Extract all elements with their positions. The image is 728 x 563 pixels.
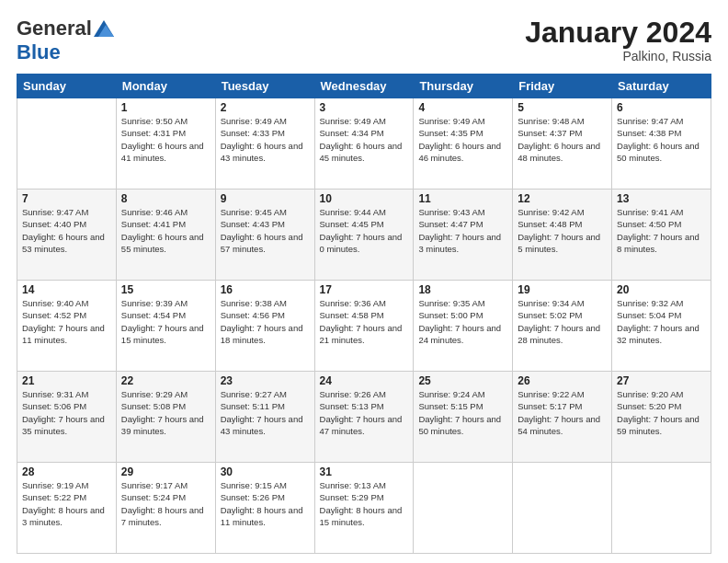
daylight-hours: Daylight: 7 hours and 54 minutes. [518,414,600,436]
sunrise-time: Sunrise: 9:47 AM [617,116,683,126]
day-number: 1 [121,101,210,114]
sunset-time: Sunset: 4:52 PM [22,310,86,320]
day-number: 7 [22,192,111,205]
calendar-week-row: 1 Sunrise: 9:50 AM Sunset: 4:31 PM Dayli… [17,98,711,190]
col-thursday: Thursday [414,75,513,98]
table-row: 4 Sunrise: 9:49 AM Sunset: 4:35 PM Dayli… [414,98,513,190]
table-row: 31 Sunrise: 9:13 AM Sunset: 5:29 PM Dayl… [314,463,414,554]
day-info: Sunrise: 9:20 AM Sunset: 5:20 PM Dayligh… [617,388,706,437]
sunrise-time: Sunrise: 9:27 AM [221,389,287,399]
sunset-time: Sunset: 4:35 PM [418,128,483,138]
daylight-hours: Daylight: 6 hours and 48 minutes. [518,141,600,163]
day-info: Sunrise: 9:15 AM Sunset: 5:26 PM Dayligh… [221,479,310,528]
day-info: Sunrise: 9:35 AM Sunset: 5:00 PM Dayligh… [418,297,507,346]
day-info: Sunrise: 9:45 AM Sunset: 4:43 PM Dayligh… [221,206,310,255]
day-number: 14 [22,283,111,296]
day-info: Sunrise: 9:31 AM Sunset: 5:06 PM Dayligh… [22,388,111,437]
col-tuesday: Tuesday [215,75,314,98]
sunrise-time: Sunrise: 9:35 AM [418,298,484,308]
sunrise-time: Sunrise: 9:48 AM [518,116,584,126]
sunrise-time: Sunrise: 9:19 AM [22,480,88,490]
daylight-hours: Daylight: 7 hours and 8 minutes. [617,232,700,254]
sunrise-time: Sunrise: 9:42 AM [518,207,584,217]
sunset-time: Sunset: 4:48 PM [518,219,582,229]
table-row: 19 Sunrise: 9:34 AM Sunset: 5:02 PM Dayl… [513,281,612,372]
day-number: 15 [121,283,210,296]
col-wednesday: Wednesday [314,75,414,98]
sunrise-time: Sunrise: 9:24 AM [418,389,484,399]
daylight-hours: Daylight: 6 hours and 46 minutes. [418,141,501,163]
sunset-time: Sunset: 4:56 PM [221,310,285,320]
table-row: 23 Sunrise: 9:27 AM Sunset: 5:11 PM Dayl… [215,372,314,463]
month-title: January 2024 [525,17,711,49]
table-row: 1 Sunrise: 9:50 AM Sunset: 4:31 PM Dayli… [116,98,215,190]
table-row: 18 Sunrise: 9:35 AM Sunset: 5:00 PM Dayl… [414,281,513,372]
daylight-hours: Daylight: 7 hours and 15 minutes. [121,323,204,345]
daylight-hours: Daylight: 7 hours and 59 minutes. [617,414,700,436]
col-friday: Friday [513,75,612,98]
daylight-hours: Daylight: 7 hours and 28 minutes. [518,323,600,345]
location: Palkino, Russia [525,49,711,63]
page: General Blue January 2024 Palkino, Russi… [0,0,728,563]
day-info: Sunrise: 9:26 AM Sunset: 5:13 PM Dayligh… [320,388,409,437]
day-number: 30 [221,465,310,478]
sunrise-time: Sunrise: 9:38 AM [221,298,287,308]
sunrise-time: Sunrise: 9:41 AM [617,207,683,217]
calendar-week-row: 21 Sunrise: 9:31 AM Sunset: 5:06 PM Dayl… [17,372,711,463]
daylight-hours: Daylight: 7 hours and 35 minutes. [22,414,105,436]
calendar-week-row: 7 Sunrise: 9:47 AM Sunset: 4:40 PM Dayli… [17,190,711,281]
sunset-time: Sunset: 4:54 PM [121,310,186,320]
day-number: 16 [221,283,310,296]
day-info: Sunrise: 9:47 AM Sunset: 4:40 PM Dayligh… [22,206,111,255]
table-row: 25 Sunrise: 9:24 AM Sunset: 5:15 PM Dayl… [414,372,513,463]
daylight-hours: Daylight: 6 hours and 50 minutes. [617,141,700,163]
table-row: 9 Sunrise: 9:45 AM Sunset: 4:43 PM Dayli… [215,190,314,281]
day-info: Sunrise: 9:49 AM Sunset: 4:35 PM Dayligh… [418,115,507,164]
day-number: 13 [617,192,706,205]
day-number: 29 [121,465,210,478]
day-number: 3 [320,101,409,114]
table-row: 17 Sunrise: 9:36 AM Sunset: 4:58 PM Dayl… [314,281,414,372]
sunset-time: Sunset: 4:50 PM [617,219,681,229]
sunset-time: Sunset: 5:29 PM [320,492,384,502]
day-number: 28 [22,465,111,478]
sunset-time: Sunset: 5:00 PM [418,310,483,320]
day-number: 24 [320,374,409,387]
day-info: Sunrise: 9:49 AM Sunset: 4:33 PM Dayligh… [221,115,310,164]
sunrise-time: Sunrise: 9:45 AM [221,207,287,217]
sunset-time: Sunset: 5:20 PM [617,401,681,411]
day-number: 20 [617,283,706,296]
day-number: 6 [617,101,706,114]
sunset-time: Sunset: 4:31 PM [121,128,186,138]
sunrise-time: Sunrise: 9:22 AM [518,389,584,399]
table-row [513,463,612,554]
day-number: 17 [320,283,409,296]
daylight-hours: Daylight: 7 hours and 32 minutes. [617,323,700,345]
sunset-time: Sunset: 4:37 PM [518,128,582,138]
day-info: Sunrise: 9:22 AM Sunset: 5:17 PM Dayligh… [518,388,607,437]
sunset-time: Sunset: 5:26 PM [221,492,285,502]
calendar-week-row: 14 Sunrise: 9:40 AM Sunset: 4:52 PM Dayl… [17,281,711,372]
col-monday: Monday [116,75,215,98]
sunrise-time: Sunrise: 9:31 AM [22,389,88,399]
day-number: 10 [320,192,409,205]
sunrise-time: Sunrise: 9:49 AM [221,116,287,126]
daylight-hours: Daylight: 8 hours and 3 minutes. [22,505,105,527]
day-info: Sunrise: 9:41 AM Sunset: 4:50 PM Dayligh… [617,206,706,255]
sunset-time: Sunset: 5:06 PM [22,401,86,411]
sunset-time: Sunset: 4:58 PM [320,310,384,320]
table-row: 20 Sunrise: 9:32 AM Sunset: 5:04 PM Dayl… [612,281,711,372]
logo-blue-text: Blue [17,40,61,64]
table-row [414,463,513,554]
table-row: 5 Sunrise: 9:48 AM Sunset: 4:37 PM Dayli… [513,98,612,190]
table-row: 7 Sunrise: 9:47 AM Sunset: 4:40 PM Dayli… [17,190,117,281]
day-info: Sunrise: 9:49 AM Sunset: 4:34 PM Dayligh… [320,115,409,164]
daylight-hours: Daylight: 7 hours and 47 minutes. [320,414,403,436]
table-row: 8 Sunrise: 9:46 AM Sunset: 4:41 PM Dayli… [116,190,215,281]
daylight-hours: Daylight: 7 hours and 50 minutes. [418,414,501,436]
table-row: 22 Sunrise: 9:29 AM Sunset: 5:08 PM Dayl… [116,372,215,463]
sunset-time: Sunset: 5:02 PM [518,310,582,320]
table-row: 2 Sunrise: 9:49 AM Sunset: 4:33 PM Dayli… [215,98,314,190]
day-info: Sunrise: 9:47 AM Sunset: 4:38 PM Dayligh… [617,115,706,164]
table-row: 13 Sunrise: 9:41 AM Sunset: 4:50 PM Dayl… [612,190,711,281]
